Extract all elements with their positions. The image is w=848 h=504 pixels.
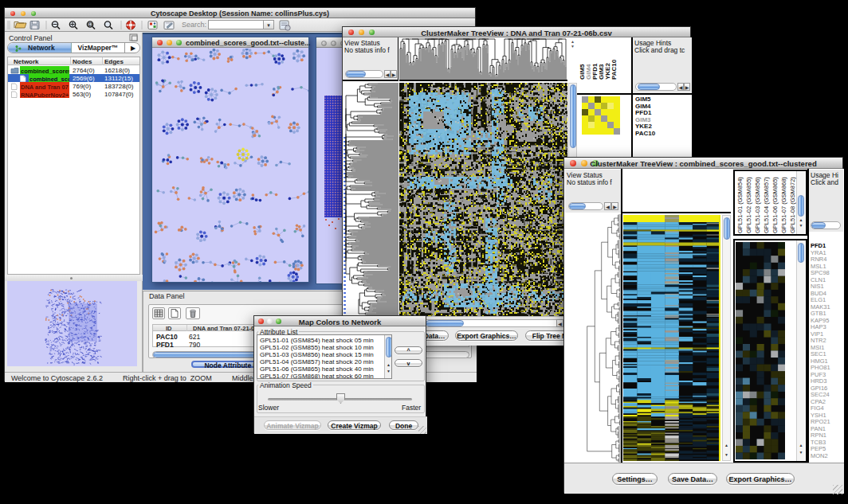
svg-text:GPL51-02 (GSM855): GPL51-02 (GSM855)	[745, 177, 752, 233]
svg-text:1:1: 1:1	[88, 23, 94, 27]
svg-text:GPL51-06 (GSM865): GPL51-06 (GSM865)	[771, 177, 779, 233]
svg-text:GPL51-08 (GSM872): GPL51-08 (GSM872)	[789, 177, 796, 233]
svg-text:GPL51-01 (GSM854): GPL51-01 (GSM854)	[736, 177, 744, 233]
svg-text:GPL51-03 (GSM856): GPL51-03 (GSM856)	[754, 177, 761, 233]
svg-text:GPL51-07 (GSM868): GPL51-07 (GSM868)	[780, 177, 787, 233]
svg-text:GPL51-04 (GSM857): GPL51-04 (GSM857)	[763, 177, 770, 233]
svg-text:PAC10: PAC10	[610, 59, 618, 80]
